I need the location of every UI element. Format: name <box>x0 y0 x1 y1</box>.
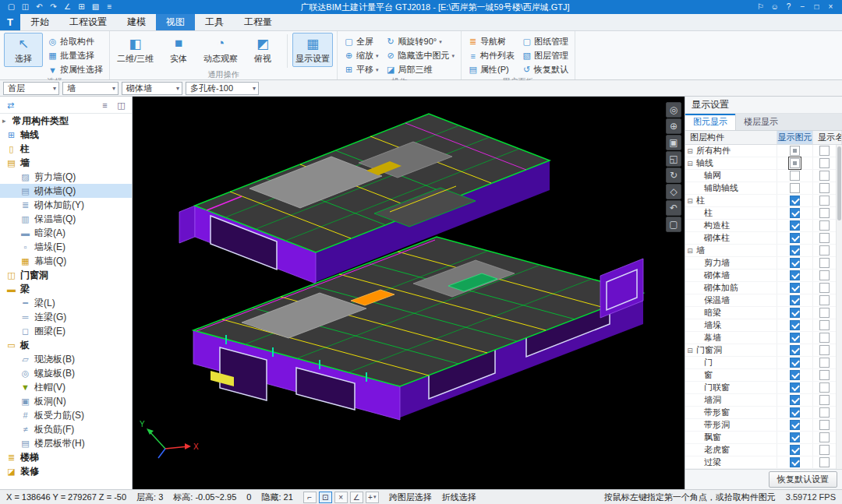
display-element-checkbox[interactable] <box>790 183 800 193</box>
minimize-icon[interactable]: − <box>798 0 808 14</box>
polyline-select-button[interactable]: 折线选择 <box>442 492 476 503</box>
display-element-checkbox[interactable] <box>790 457 800 467</box>
ribbon-item-3-0-0[interactable]: ≣导航树 <box>465 35 517 48</box>
display-element-checkbox[interactable] <box>790 146 800 156</box>
display-name-checkbox[interactable] <box>819 171 830 181</box>
sidebar-item-13[interactable]: ━梁(L) <box>0 296 132 310</box>
collapse-icon[interactable]: ⊟ <box>685 160 695 167</box>
display-name-checkbox[interactable] <box>819 283 830 293</box>
display-name-checkbox[interactable] <box>819 220 830 231</box>
ribbon-button-1-2[interactable]: ◔动态观察 <box>200 33 241 67</box>
ribbon-item-3-0-1[interactable]: ≡构件列表 <box>465 49 517 62</box>
ribbon-button-1-3[interactable]: ◩俯视 <box>243 33 282 67</box>
ribbon-button-1-1[interactable]: ■实体 <box>159 33 198 67</box>
display-name-checkbox[interactable] <box>819 457 830 467</box>
app-logo[interactable]: T <box>0 14 20 30</box>
display-element-checkbox[interactable] <box>790 208 800 218</box>
display-element-checkbox[interactable] <box>790 345 800 355</box>
display-name-checkbox[interactable] <box>819 233 830 243</box>
doc-icon[interactable]: ▢ <box>6 0 16 14</box>
clear-snap-button[interactable]: × <box>334 492 348 503</box>
display-name-checkbox[interactable] <box>819 333 830 343</box>
tab-element-display[interactable]: 图元显示 <box>685 114 736 130</box>
ribbon-item-2-1-0[interactable]: ↻顺旋转90°▾ <box>384 35 458 48</box>
menu-tab-4[interactable]: 工具 <box>195 14 234 30</box>
display-name-checkbox[interactable] <box>819 395 830 405</box>
swap-icon[interactable]: ⇄ <box>5 98 16 112</box>
display-element-checkbox[interactable] <box>790 158 800 168</box>
display-name-checkbox[interactable] <box>819 245 830 256</box>
sidebar-item-10[interactable]: ▦幕墙(Q) <box>0 254 132 268</box>
maximize-icon[interactable]: □ <box>812 0 822 14</box>
help-icon[interactable]: ? <box>784 0 794 14</box>
ribbon-button-1-0[interactable]: ▦显示设置 <box>292 33 333 67</box>
display-element-checkbox[interactable] <box>790 407 800 418</box>
ribbon-item-0-0-0[interactable]: ◎拾取构件 <box>45 35 105 48</box>
cross-layer-select-button[interactable]: 跨图层选择 <box>389 492 432 503</box>
angle-snap-button[interactable]: ∠ <box>350 492 363 503</box>
sidebar-item-21[interactable]: #板受力筋(S) <box>0 408 132 422</box>
menu-tab-3[interactable]: 视图 <box>156 14 195 30</box>
display-name-checkbox[interactable] <box>819 270 830 280</box>
ribbon-item-3-1-1[interactable]: ▧图层管理 <box>519 49 571 62</box>
ribbon-item-2-0-2[interactable]: ⊞平移▾ <box>341 63 381 76</box>
sidebar-item-18[interactable]: ◎螺旋板(B) <box>0 366 132 380</box>
ribbon-item-2-0-0[interactable]: ▢全屏 <box>341 35 381 48</box>
sidebar-item-11[interactable]: ◫门窗洞 <box>0 268 132 282</box>
sidebar-item-9[interactable]: ▫墙垛(E) <box>0 240 132 254</box>
menu-tab-1[interactable]: 工程设置 <box>59 14 117 30</box>
ribbon-item-2-1-2[interactable]: ◪局部三维 <box>384 63 458 76</box>
view-cube-button[interactable]: ◇ <box>666 184 681 199</box>
sidebar-item-25[interactable]: ◪装修 <box>0 464 132 478</box>
ribbon-button-1-0[interactable]: ◧二维/三维 <box>114 33 157 67</box>
orbit-button[interactable]: ↻ <box>666 167 681 183</box>
display-name-checkbox[interactable] <box>819 432 830 442</box>
point-snap-button[interactable]: ⊡ <box>319 492 332 503</box>
display-name-checkbox[interactable] <box>819 370 830 380</box>
context-dropdown-3[interactable]: 多孔砖-100▾ <box>186 82 259 95</box>
sidebar-item-16[interactable]: ▭板 <box>0 338 132 352</box>
display-element-checkbox[interactable] <box>790 420 800 430</box>
context-dropdown-0[interactable]: 首层▾ <box>3 82 59 95</box>
fullscreen-view-button[interactable]: ▢ <box>666 217 681 232</box>
panel-scrollbar[interactable] <box>836 145 842 469</box>
undo-icon[interactable]: ↶ <box>34 0 44 14</box>
context-dropdown-1[interactable]: 墙▾ <box>62 82 119 95</box>
collapse-icon[interactable]: ⊟ <box>685 147 695 155</box>
sidebar-item-4[interactable]: ▨剪力墙(Q) <box>0 170 132 184</box>
menu-tab-2[interactable]: 建模 <box>117 14 156 30</box>
sidebar-item-19[interactable]: ▼柱帽(V) <box>0 380 132 394</box>
sidebar-item-17[interactable]: ▱现浇板(B) <box>0 352 132 366</box>
display-name-checkbox[interactable] <box>819 320 830 330</box>
display-name-checkbox[interactable] <box>819 196 830 206</box>
ribbon-item-3-0-2[interactable]: ▤属性(P) <box>465 63 517 76</box>
display-name-checkbox[interactable] <box>819 183 830 193</box>
measure-icon[interactable]: ∠ <box>62 0 73 14</box>
display-element-checkbox[interactable] <box>790 220 800 231</box>
ribbon-button-0-0[interactable]: ↖选择 <box>4 33 43 67</box>
ribbon-item-0-0-2[interactable]: ▼按属性选择 <box>45 63 105 76</box>
calc-icon[interactable]: ⊞ <box>76 0 87 14</box>
model-viewport[interactable]: Y X ◎⊕▣◱↻◇↶▢ <box>133 97 685 489</box>
sidebar-item-6[interactable]: ≣砌体加筋(Y) <box>0 198 132 212</box>
display-name-checkbox[interactable] <box>819 258 830 268</box>
display-element-checkbox[interactable] <box>790 233 800 243</box>
layer-icon[interactable]: ▧ <box>90 0 101 14</box>
display-name-checkbox[interactable] <box>819 308 830 318</box>
display-name-checkbox[interactable] <box>819 295 830 305</box>
sidebar-item-14[interactable]: ═连梁(G) <box>0 310 132 324</box>
display-element-checkbox[interactable] <box>790 382 800 393</box>
sidebar-item-23[interactable]: ▤楼层板带(H) <box>0 436 132 450</box>
display-element-checkbox[interactable] <box>790 320 800 330</box>
restore-default-settings-button[interactable]: 恢复默认设置 <box>769 471 837 488</box>
menu-tab-0[interactable]: 开始 <box>20 14 59 30</box>
display-name-checkbox[interactable] <box>819 407 830 418</box>
tab-floor-display[interactable]: 楼层显示 <box>736 114 786 130</box>
display-name-checkbox[interactable] <box>819 382 830 393</box>
setting-icon[interactable]: ≡ <box>104 0 115 14</box>
display-element-checkbox[interactable] <box>790 196 800 206</box>
display-element-checkbox[interactable] <box>790 395 800 405</box>
user-icon[interactable]: ☺ <box>769 0 780 14</box>
sidebar-item-8[interactable]: ▬暗梁(A) <box>0 226 132 240</box>
menu-tab-5[interactable]: 工程量 <box>234 14 282 30</box>
